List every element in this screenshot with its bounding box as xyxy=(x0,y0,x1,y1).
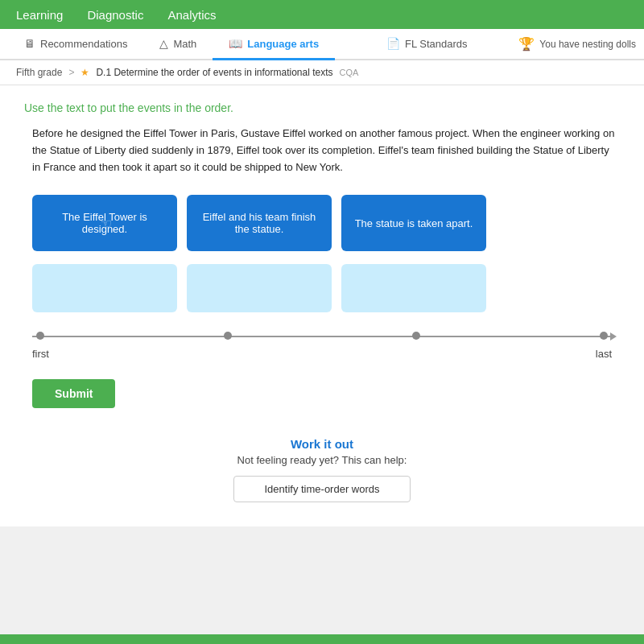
timeline-dot-1 xyxy=(224,332,232,340)
instruction-text: Use the text to put the events in the or… xyxy=(24,101,620,114)
event-card-0[interactable]: The Eiffel Tower is designed. ☞ xyxy=(32,195,177,251)
nesting-dolls-text: You have nesting dolls xyxy=(539,39,636,50)
event-cards-container: The Eiffel Tower is designed. ☞ Eiffel a… xyxy=(24,195,620,251)
tab-language-arts-label: Language arts xyxy=(247,38,319,50)
tab-language-arts[interactable]: 📖 Language arts xyxy=(213,29,335,60)
tab-fl-standards[interactable]: 📄 FL Standards xyxy=(370,29,484,60)
timeline-bar xyxy=(32,336,612,337)
tab-fl-standards-label: FL Standards xyxy=(405,38,468,50)
bottom-strip xyxy=(0,634,644,644)
help-link[interactable]: Identify time-order words xyxy=(233,476,411,502)
breadcrumb-tag: CQA xyxy=(340,68,359,77)
main-content: Use the text to put the events in the or… xyxy=(0,85,644,526)
tabs-bar: 🖥 Recommendations △ Math 📖 Language arts… xyxy=(0,29,644,60)
timeline-labels: first last xyxy=(32,345,612,363)
drop-zone-1[interactable] xyxy=(187,264,332,312)
tab-recommendations-label: Recommendations xyxy=(40,38,127,50)
nav-diagnostic[interactable]: Diagnostic xyxy=(87,2,143,28)
submit-area: Submit xyxy=(24,366,620,421)
event-card-2[interactable]: The statue is taken apart. xyxy=(341,195,486,251)
timeline-dot-end xyxy=(600,332,608,340)
tab-math[interactable]: △ Math xyxy=(143,29,213,60)
drop-zone-2[interactable] xyxy=(341,264,486,312)
nav-learning[interactable]: Learning xyxy=(16,2,63,28)
timeline-first-label: first xyxy=(32,348,49,360)
breadcrumb: Fifth grade > ★ D.1 Determine the order … xyxy=(0,60,644,85)
drop-zones-container xyxy=(24,264,620,312)
trophy-icon: 🏆 xyxy=(518,36,535,52)
tab-math-label: Math xyxy=(173,38,196,50)
timeline-last-label: last xyxy=(596,348,612,360)
drop-zone-0[interactable] xyxy=(32,264,177,312)
work-it-out-subtitle: Not feeling ready yet? This can help: xyxy=(32,454,612,466)
event-card-1-label: Eiffel and his team finish the statue. xyxy=(200,211,319,235)
timeline-dots xyxy=(32,332,612,340)
top-navigation: Learning Diagnostic Analytics xyxy=(0,0,644,29)
timeline-line xyxy=(32,328,612,345)
fl-standards-icon: 📄 xyxy=(386,37,400,50)
event-card-2-label: The statue is taken apart. xyxy=(355,217,473,229)
recommendations-icon: 🖥 xyxy=(24,37,35,50)
work-it-out-title: Work it out xyxy=(32,437,612,451)
timeline-dot-2 xyxy=(412,332,420,340)
nav-analytics[interactable]: Analytics xyxy=(167,2,216,28)
breadcrumb-grade[interactable]: Fifth grade xyxy=(16,67,62,78)
event-card-1[interactable]: Eiffel and his team finish the statue. xyxy=(187,195,332,251)
breadcrumb-separator: > xyxy=(68,67,74,78)
timeline: first last xyxy=(24,320,620,366)
tab-recommendations[interactable]: 🖥 Recommendations xyxy=(8,29,143,60)
submit-button[interactable]: Submit xyxy=(32,379,115,408)
language-arts-icon: 📖 xyxy=(229,37,242,50)
work-it-out-section: Work it out Not feeling ready yet? This … xyxy=(24,421,620,510)
math-icon: △ xyxy=(159,37,168,50)
star-icon: ★ xyxy=(80,67,89,78)
passage-text: Before he designed the Eiffel Tower in P… xyxy=(24,126,620,175)
nesting-dolls-badge: 🏆 You have nesting dolls xyxy=(518,29,636,59)
breadcrumb-standard: D.1 Determine the order of events in inf… xyxy=(96,67,332,78)
timeline-dot-start xyxy=(36,332,44,340)
